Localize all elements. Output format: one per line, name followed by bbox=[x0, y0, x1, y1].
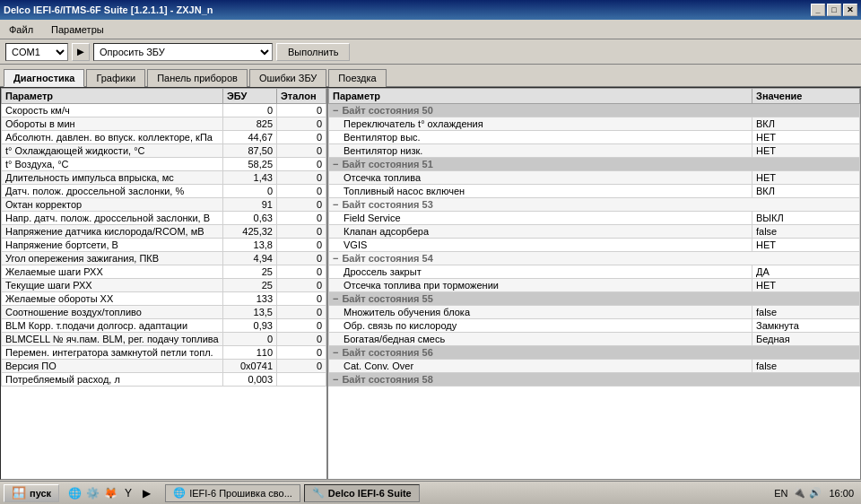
start-label: пуск bbox=[30, 488, 51, 499]
param-cell: t° Охлаждающей жидкости, °С bbox=[2, 144, 223, 158]
ebu-cell: 0 bbox=[223, 333, 277, 346]
right-table-row: Дроссель закрыт ДА bbox=[329, 265, 860, 279]
menu-params[interactable]: Параметры bbox=[46, 22, 109, 37]
etalon-cell: 0 bbox=[277, 171, 326, 185]
right-value-cell: ДА bbox=[752, 265, 860, 279]
chrome-icon[interactable]: ⚙️ bbox=[84, 485, 100, 501]
tab-trip[interactable]: Поездка bbox=[328, 69, 386, 87]
right-table-row: Отсечка топлива НЕТ bbox=[329, 171, 860, 185]
menu-file[interactable]: Файл bbox=[4, 22, 39, 37]
app-iefi-label: IEFI-6 Прошивка сво... bbox=[189, 488, 292, 499]
section-header-row: −Байт состояния 56 bbox=[329, 346, 860, 360]
etalon-cell: 0 bbox=[277, 252, 326, 265]
tab-errors[interactable]: Ошибки ЗБУ bbox=[249, 69, 326, 87]
arrow-icon[interactable]: ▶ bbox=[138, 485, 154, 501]
exec-button[interactable]: Выполнить bbox=[276, 43, 350, 61]
query-select[interactable]: Опросить ЗБУ bbox=[93, 43, 273, 61]
left-table-row: Датч. полож. дроссельной заслонки, % 0 0 bbox=[2, 185, 326, 198]
right-value-cell: НЕТ bbox=[752, 144, 860, 158]
tab-instruments[interactable]: Панель приборов bbox=[147, 69, 248, 87]
ebu-cell: 825 bbox=[223, 117, 277, 131]
param-cell: Длительность импульса впрыска, мс bbox=[2, 171, 223, 185]
ebu-cell: 0,93 bbox=[223, 319, 277, 333]
firefox-icon[interactable]: 🦊 bbox=[102, 485, 118, 501]
col-ebu-header: ЭБУ bbox=[223, 89, 277, 104]
left-table-row: Обороты в мин 825 0 bbox=[2, 117, 326, 131]
section-header-row: −Байт состояния 53 bbox=[329, 198, 860, 212]
section-header-row: −Байт состояния 51 bbox=[329, 158, 860, 171]
section-title: −Байт состояния 55 bbox=[329, 292, 860, 306]
left-table-row: Скорость км/ч 0 0 bbox=[2, 104, 326, 117]
right-value-cell: НЕТ bbox=[752, 279, 860, 292]
left-table-row: Абсолютн. давлен. во впуск. коллекторе, … bbox=[2, 131, 326, 144]
etalon-cell: 0 bbox=[277, 346, 326, 360]
param-cell: Напр. датч. полож. дроссельной заслонки,… bbox=[2, 212, 223, 225]
col-param-header: Параметр bbox=[2, 89, 223, 104]
right-param-cell: Обр. связь по кислороду bbox=[329, 319, 752, 333]
right-value-cell: false bbox=[752, 306, 860, 319]
etalon-cell: 0 bbox=[277, 185, 326, 198]
app-iefi-icon: 🌐 bbox=[173, 487, 186, 499]
right-col-param-header: Параметр bbox=[329, 89, 752, 104]
etalon-cell: 0 bbox=[277, 319, 326, 333]
etalon-cell: 0 bbox=[277, 292, 326, 306]
clock: 16:00 bbox=[825, 488, 857, 499]
app-delco-icon: 🔧 bbox=[312, 487, 325, 499]
ebu-cell: 87,50 bbox=[223, 144, 277, 158]
right-param-cell: Вентилятор выс. bbox=[329, 131, 752, 144]
com-port-select[interactable]: COM1 bbox=[5, 43, 68, 61]
etalon-cell: 0 bbox=[277, 131, 326, 144]
taskbar-app-iefi[interactable]: 🌐 IEFI-6 Прошивка сво... bbox=[165, 484, 300, 502]
right-table: Параметр Значение −Байт состояния 50 Пер… bbox=[328, 88, 860, 387]
right-param-cell: Вентилятор низк. bbox=[329, 144, 752, 158]
right-panel[interactable]: Параметр Значение −Байт состояния 50 Пер… bbox=[328, 88, 860, 479]
section-title: −Байт состояния 50 bbox=[329, 104, 860, 117]
param-cell: t° Воздуха, °С bbox=[2, 158, 223, 171]
taskbar-apps: 🌐 IEFI-6 Прошивка сво... 🔧 Delco IEFI-6 … bbox=[165, 484, 769, 502]
tab-graphs[interactable]: Графики bbox=[86, 69, 145, 87]
left-table-row: Напр. датч. полож. дроссельной заслонки,… bbox=[2, 212, 326, 225]
tab-diagnostics[interactable]: Диагностика bbox=[4, 69, 84, 87]
maximize-button[interactable]: □ bbox=[827, 4, 841, 16]
right-table-row: VGIS НЕТ bbox=[329, 239, 860, 252]
right-param-cell: VGIS bbox=[329, 239, 752, 252]
param-cell: Соотношение воздух/топливо bbox=[2, 306, 223, 319]
speaker-icon: 🔊 bbox=[809, 487, 822, 499]
title-bar: Delco IEFI-6/ITMS-6F Suite [1.2.1.1] - Z… bbox=[0, 0, 861, 20]
ebu-cell: 0x0741 bbox=[223, 360, 277, 373]
ebu-cell: 58,25 bbox=[223, 158, 277, 171]
param-cell: Абсолютн. давлен. во впуск. коллекторе, … bbox=[2, 131, 223, 144]
refresh-button[interactable]: ► bbox=[72, 43, 90, 61]
window-title: Delco IEFI-6/ITMS-6F Suite [1.2.1.1] - Z… bbox=[4, 4, 213, 15]
yahoo-icon[interactable]: Y bbox=[120, 485, 136, 501]
param-cell: Угол опережения зажигания, ПКВ bbox=[2, 252, 223, 265]
right-param-cell: Дроссель закрыт bbox=[329, 265, 752, 279]
main-content: Параметр ЭБУ Эталон Скорость км/ч 0 0 Об… bbox=[0, 87, 861, 480]
etalon-cell: 0 bbox=[277, 212, 326, 225]
left-table: Параметр ЭБУ Эталон Скорость км/ч 0 0 Об… bbox=[1, 88, 326, 387]
start-button[interactable]: 🪟 пуск bbox=[4, 484, 59, 502]
ebu-cell: 0 bbox=[223, 185, 277, 198]
right-table-row: Топливный насос включен ВКЛ bbox=[329, 185, 860, 198]
section-title: −Байт состояния 56 bbox=[329, 346, 860, 360]
right-table-row: Field Service ВЫКЛ bbox=[329, 212, 860, 225]
left-table-row: Угол опережения зажигания, ПКВ 4,94 0 bbox=[2, 252, 326, 265]
param-cell: BLMCELL № яч.пам. BLM, рег. подачу топли… bbox=[2, 333, 223, 346]
ebu-cell: 133 bbox=[223, 292, 277, 306]
close-button[interactable]: ✕ bbox=[843, 4, 857, 16]
right-col-value-header: Значение bbox=[752, 89, 860, 104]
right-value-cell: false bbox=[752, 225, 860, 239]
etalon-cell: 0 bbox=[277, 225, 326, 239]
left-table-row: Желаемые обороты ХХ 133 0 bbox=[2, 292, 326, 306]
minimize-button[interactable]: _ bbox=[811, 4, 825, 16]
taskbar-app-delco[interactable]: 🔧 Delco IEFI-6 Suite bbox=[304, 484, 420, 502]
param-cell: Обороты в мин bbox=[2, 117, 223, 131]
left-panel[interactable]: Параметр ЭБУ Эталон Скорость км/ч 0 0 Об… bbox=[1, 88, 328, 479]
right-value-cell: НЕТ bbox=[752, 171, 860, 185]
section-title: −Байт состояния 53 bbox=[329, 198, 860, 212]
right-param-cell: Переключатель t° охлаждения bbox=[329, 117, 752, 131]
etalon-cell: 0 bbox=[277, 239, 326, 252]
right-param-cell: Cat. Conv. Over bbox=[329, 360, 752, 373]
ie-icon[interactable]: 🌐 bbox=[66, 485, 83, 501]
etalon-cell: 0 bbox=[277, 104, 326, 117]
